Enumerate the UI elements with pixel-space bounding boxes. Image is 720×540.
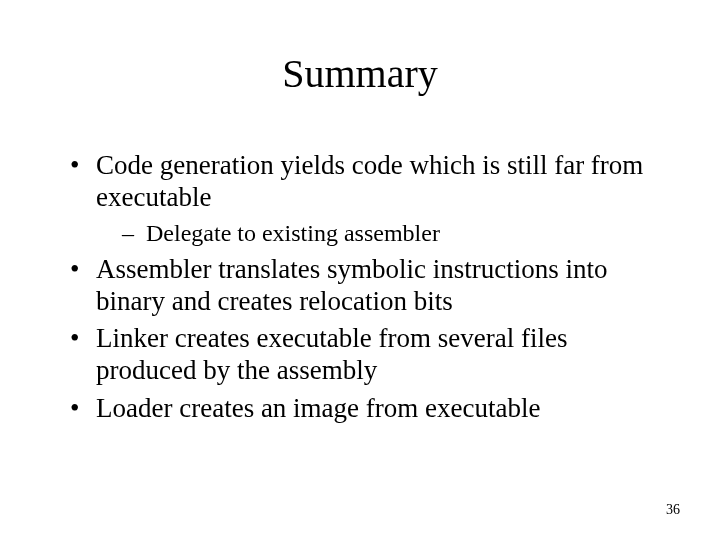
page-number: 36	[666, 502, 680, 518]
sub-bullet-item: Delegate to existing assembler	[96, 218, 660, 248]
bullet-item: Assembler translates symbolic instructio…	[70, 254, 660, 318]
slide-title: Summary	[0, 50, 720, 97]
bullet-text: Assembler translates symbolic instructio…	[96, 254, 607, 316]
bullet-item: Loader creates an image from executable	[70, 393, 660, 425]
sub-bullet-list: Delegate to existing assembler	[96, 218, 660, 248]
bullet-item: Linker creates executable from several f…	[70, 323, 660, 387]
bullet-text: Code generation yields code which is sti…	[96, 150, 643, 212]
bullet-item: Code generation yields code which is sti…	[70, 150, 660, 248]
slide: Summary Code generation yields code whic…	[0, 0, 720, 540]
slide-body: Code generation yields code which is sti…	[70, 150, 660, 431]
bullet-text: Linker creates executable from several f…	[96, 323, 568, 385]
bullet-text: Loader creates an image from executable	[96, 393, 541, 423]
bullet-list: Code generation yields code which is sti…	[70, 150, 660, 425]
sub-bullet-text: Delegate to existing assembler	[146, 220, 440, 246]
